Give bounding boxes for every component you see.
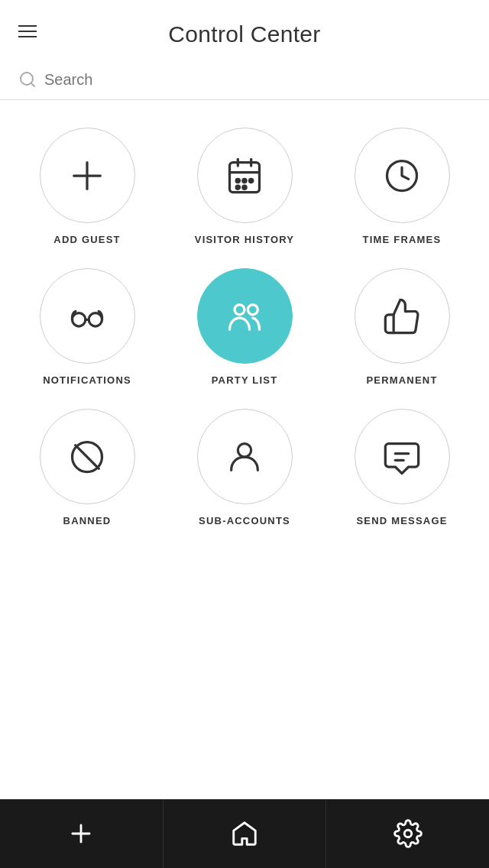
search-input[interactable] <box>44 71 471 89</box>
gear-nav-icon <box>393 819 423 848</box>
notifications-circle <box>40 268 135 364</box>
nav-settings-button[interactable] <box>326 799 489 868</box>
svg-line-1 <box>31 83 34 86</box>
time-frames-label: TIME FRAMES <box>363 234 442 245</box>
nav-add-button[interactable] <box>0 799 164 868</box>
svg-point-14 <box>73 313 86 326</box>
nav-home-button[interactable] <box>164 799 327 868</box>
send-message-label: SEND MESSAGE <box>356 515 447 526</box>
permanent-circle <box>355 268 450 364</box>
svg-point-9 <box>243 179 246 182</box>
grid-item-send-message[interactable]: SEND MESSAGE <box>327 409 477 526</box>
grid-item-party-list[interactable]: PARTY LIST <box>170 268 319 386</box>
svg-point-12 <box>243 186 246 189</box>
search-bar <box>0 63 489 100</box>
svg-point-15 <box>89 313 102 326</box>
party-list-label: PARTY LIST <box>212 374 278 386</box>
menu-button[interactable] <box>18 25 37 37</box>
grid-item-permanent[interactable]: PERMANENT <box>327 268 477 386</box>
grid-item-banned[interactable]: BANNED <box>12 409 162 526</box>
sub-accounts-circle <box>197 409 293 504</box>
svg-point-18 <box>248 304 257 314</box>
grid-item-time-frames[interactable]: TIME FRAMES <box>327 128 477 245</box>
visitor-history-label: VISITOR HISTORY <box>195 234 294 245</box>
svg-point-10 <box>250 179 253 182</box>
permanent-label: PERMANENT <box>366 374 437 386</box>
time-frames-circle <box>355 128 450 223</box>
svg-point-17 <box>235 304 244 314</box>
svg-point-8 <box>236 179 239 182</box>
notifications-label: NOTIFICATIONS <box>43 374 131 386</box>
send-message-circle <box>355 409 450 504</box>
grid-item-notifications[interactable]: NOTIFICATIONS <box>12 268 162 386</box>
plus-nav-icon <box>66 819 96 848</box>
main-grid: ADD GUESTVISITOR HISTORYTIME FRAMESNOTIF… <box>0 100 489 549</box>
search-icon <box>18 70 37 89</box>
visitor-history-circle <box>197 128 293 223</box>
svg-point-26 <box>404 830 412 837</box>
svg-line-20 <box>76 445 99 468</box>
sub-accounts-label: SUB-ACCOUNTS <box>199 515 290 526</box>
home-nav-icon <box>230 819 259 848</box>
page-title: Control Center <box>168 21 320 47</box>
party-list-circle <box>197 268 293 364</box>
grid-item-add-guest[interactable]: ADD GUEST <box>12 128 162 245</box>
add-guest-label: ADD GUEST <box>53 234 120 245</box>
svg-point-11 <box>236 186 239 189</box>
bottom-nav <box>0 799 489 868</box>
banned-circle <box>40 409 135 504</box>
grid-item-visitor-history[interactable]: VISITOR HISTORY <box>170 128 319 245</box>
header: Control Center <box>0 0 489 63</box>
banned-label: BANNED <box>63 515 112 526</box>
svg-point-21 <box>238 443 251 456</box>
add-guest-circle <box>40 128 135 223</box>
grid-item-sub-accounts[interactable]: SUB-ACCOUNTS <box>170 409 319 526</box>
